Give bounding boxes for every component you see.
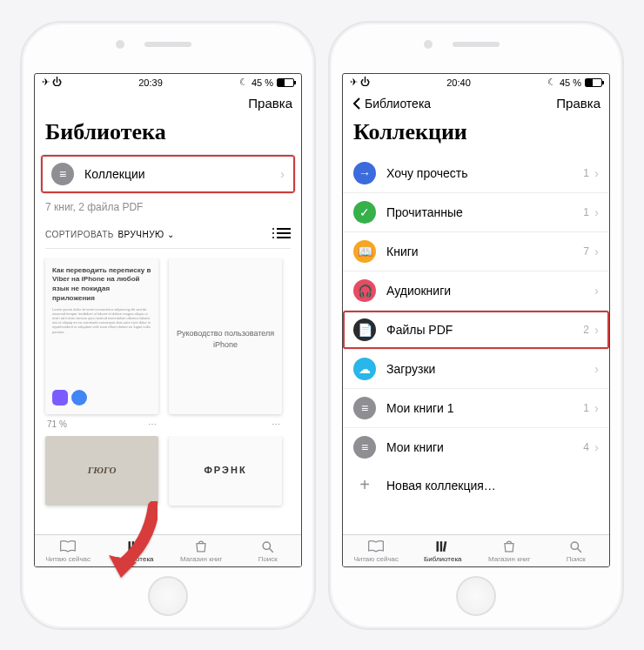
phone-left: ✈︎ ⏻ 20:39 ☾ 45 % Правка Библиотека ≡ Ко… [20,21,316,630]
battery-icon [277,78,294,87]
edit-button[interactable]: Правка [556,96,600,111]
collection-row[interactable]: 📖Книги7› [343,232,609,271]
status-time: 20:40 [446,77,471,88]
nav-bar: Библиотека Правка [343,91,609,116]
tab-reading-now[interactable]: Читаю сейчас [35,535,102,566]
collection-row[interactable]: ☁Загрузки› [343,350,609,389]
status-bar: ✈︎ ⏻ 20:39 ☾ 45 % [35,74,301,91]
home-button[interactable] [456,576,496,616]
svg-line-4 [269,548,272,552]
book-open-icon [367,539,385,553]
collections-icon: ≡ [51,163,74,185]
tab-store[interactable]: Магазин книг [476,535,543,566]
chevron-left-icon [352,97,362,111]
collection-count: 4 [583,441,589,453]
speaker [453,42,500,47]
collection-count: 1 [583,402,589,414]
search-icon [567,539,585,553]
screen-left: ✈︎ ⏻ 20:39 ☾ 45 % Правка Библиотека ≡ Ко… [34,73,302,567]
collections-list: →Хочу прочесть1›✓Прочитанные1›📖Книги7›🎧А… [343,154,609,466]
tab-reading-now[interactable]: Читаю сейчас [343,535,410,566]
plus-icon: + [353,474,376,497]
collection-row[interactable]: →Хочу прочесть1› [343,154,609,193]
chevron-right-icon: › [594,244,599,258]
tab-label: Магазин книг [180,555,222,563]
tab-label: Поиск [567,555,586,563]
collection-icon: ≡ [353,397,376,419]
svg-point-3 [263,542,270,549]
battery-pct: 45 % [560,77,581,88]
home-button[interactable] [148,576,188,616]
library-icon [434,539,452,553]
book-open-icon [59,539,77,553]
battery-pct: 45 % [252,77,273,88]
chevron-right-icon: › [594,283,599,298]
book-grid: Как переводить переписку в Viber на iPho… [35,258,301,434]
sort-row[interactable]: СОРТИРОВАТЬ ВРУЧНУЮ ⌄ [35,218,301,245]
edit-button[interactable]: Правка [248,96,292,111]
battery-moon-icon: ☾ [547,77,556,88]
tab-library[interactable]: Библиотека [410,535,477,566]
list-view-icon[interactable] [277,228,291,238]
book-cover: Как переводить переписку в Viber на iPho… [45,258,158,414]
tab-label: Читаю сейчас [353,555,399,563]
svg-rect-0 [128,541,131,552]
library-icon [126,539,144,553]
collection-row[interactable]: 📄Файлы PDF2› [343,311,609,350]
collections-label: Коллекции [84,167,280,181]
back-button[interactable]: Библиотека [352,97,431,111]
bag-icon [192,539,210,553]
collection-icon: 🎧 [353,279,376,302]
svg-rect-5 [436,541,439,552]
book-item[interactable]: ГЮГО [45,436,158,534]
book-progress: 71 %⋯ [45,414,158,434]
svg-rect-7 [443,541,446,552]
collection-label: Загрузки [386,362,594,376]
collection-label: Аудиокниги [386,284,594,298]
page-title: Коллекции [353,119,599,145]
tab-search[interactable]: Поиск [235,535,302,566]
svg-rect-1 [131,541,134,552]
battery-moon-icon: ☾ [239,77,248,88]
tab-label: Магазин книг [488,555,530,563]
collection-row[interactable]: ≡Мои книги 11› [343,389,609,428]
collection-count: 1 [583,206,589,218]
collection-row[interactable]: ✓Прочитанные1› [343,193,609,232]
nav-bar: Правка [35,91,301,116]
book-item[interactable]: ФРЭНК [169,436,282,534]
search-icon [259,539,277,553]
book-item[interactable]: Руководство пользователя iPhone ⋯ [169,258,282,434]
svg-point-8 [571,542,578,549]
phone-right: ✈︎ ⏻ 20:40 ☾ 45 % Библиотека Правка Колл… [328,21,624,630]
collection-count: 7 [583,245,589,258]
status-bar: ✈︎ ⏻ 20:40 ☾ 45 % [343,74,609,91]
chevron-right-icon: › [280,166,285,181]
tab-bar: Читаю сейчас Библиотека Магазин книг Пои… [343,534,609,566]
tab-label: Читаю сейчас [45,555,91,563]
chevron-right-icon: › [594,361,599,376]
tab-search[interactable]: Поиск [543,535,610,566]
svg-line-9 [577,548,580,552]
camera [424,40,433,49]
tab-store[interactable]: Магазин книг [168,535,235,566]
chevron-right-icon: › [594,400,599,415]
book-item[interactable]: Как переводить переписку в Viber на iPho… [45,258,158,434]
collection-row[interactable]: 🎧Аудиокниги› [343,271,609,311]
svg-rect-2 [135,541,138,552]
tab-label: Поиск [258,555,278,563]
tab-library[interactable]: Библиотека [102,535,169,566]
chevron-right-icon: › [594,439,599,454]
sort-value[interactable]: ВРУЧНУЮ ⌄ [117,230,174,239]
svg-rect-6 [439,541,442,552]
book-cover: ГЮГО [45,436,158,506]
tab-label: Библиотека [424,555,462,563]
book-grid-row2: ГЮГО ФРЭНК [35,436,301,534]
book-title: Как переводить переписку в Viber на iPho… [52,266,151,304]
sort-label: СОРТИРОВАТЬ [45,230,114,239]
status-time: 20:39 [138,77,163,88]
collections-row[interactable]: ≡ Коллекции › [40,154,296,194]
page-title: Библиотека [45,119,291,145]
status-left-icons: ✈︎ ⏻ [42,77,62,88]
collection-row[interactable]: ≡Мои книги4› [343,428,609,466]
new-collection-row[interactable]: + Новая коллекция… [343,466,609,505]
